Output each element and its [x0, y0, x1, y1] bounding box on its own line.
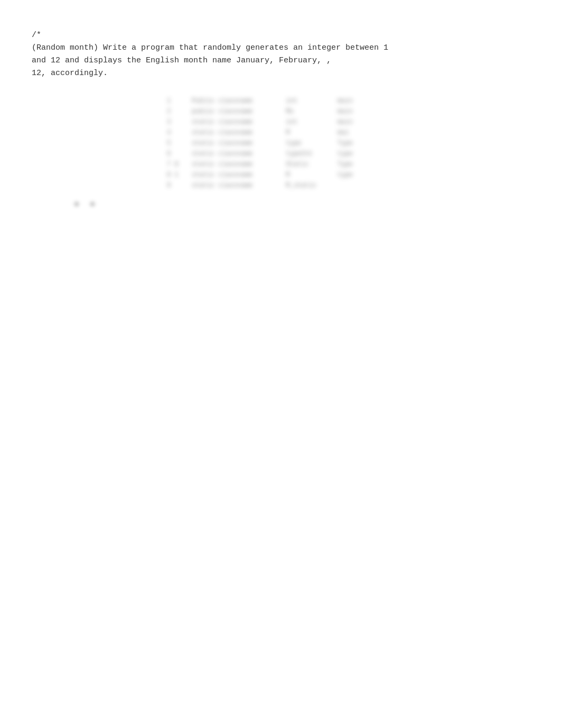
main-content: /* (Random month) Write a program that r…: [0, 0, 561, 228]
comment-line1: (Random month) Write a program that rand…: [32, 42, 529, 54]
blurred-content-area: 1 Public classname int main 2 public cla…: [164, 96, 364, 191]
table-row: 4 static classname M mai: [164, 127, 364, 138]
comment-opener: /*: [32, 29, 529, 42]
table-row: 1 Public classname int main: [164, 96, 364, 106]
table-row: 5 static classname type Type: [164, 138, 364, 149]
table-row: 9 static classname M_static: [164, 180, 364, 191]
table-row: 3 static classname int main: [164, 117, 364, 127]
table-row: 6 static classname typeInt type: [164, 149, 364, 159]
blurred-dots-area: [74, 201, 529, 207]
table-row: 8 1 static classname M type: [164, 170, 364, 180]
table-row: 2 public classname Mo main: [164, 106, 364, 117]
dot-2: [90, 201, 95, 207]
comment-line2: and 12 and displays the English month na…: [32, 54, 529, 67]
table-row: 7 8 static classname Static Type: [164, 159, 364, 170]
comment-line3: 12, accordingly.: [32, 67, 529, 80]
dot-1: [74, 201, 79, 207]
blurred-table: 1 Public classname int main 2 public cla…: [164, 96, 364, 191]
comment-block: /* (Random month) Write a program that r…: [32, 29, 529, 80]
